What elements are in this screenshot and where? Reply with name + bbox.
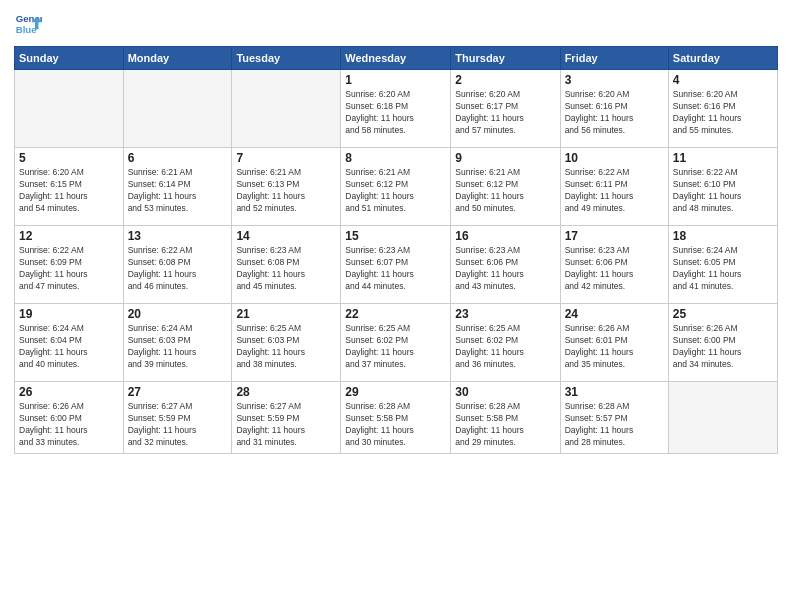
day-cell: 10Sunrise: 6:22 AMSunset: 6:11 PMDayligh…	[560, 148, 668, 226]
day-number: 7	[236, 151, 336, 165]
day-cell: 15Sunrise: 6:23 AMSunset: 6:07 PMDayligh…	[341, 226, 451, 304]
day-cell: 12Sunrise: 6:22 AMSunset: 6:09 PMDayligh…	[15, 226, 124, 304]
day-cell: 4Sunrise: 6:20 AMSunset: 6:16 PMDaylight…	[668, 70, 777, 148]
day-number: 2	[455, 73, 555, 87]
day-info: Sunrise: 6:25 AMSunset: 6:03 PMDaylight:…	[236, 323, 336, 371]
day-number: 31	[565, 385, 664, 399]
week-row-3: 12Sunrise: 6:22 AMSunset: 6:09 PMDayligh…	[15, 226, 778, 304]
day-cell: 18Sunrise: 6:24 AMSunset: 6:05 PMDayligh…	[668, 226, 777, 304]
day-info: Sunrise: 6:20 AMSunset: 6:16 PMDaylight:…	[565, 89, 664, 137]
day-info: Sunrise: 6:25 AMSunset: 6:02 PMDaylight:…	[455, 323, 555, 371]
day-info: Sunrise: 6:23 AMSunset: 6:06 PMDaylight:…	[565, 245, 664, 293]
day-number: 9	[455, 151, 555, 165]
day-number: 16	[455, 229, 555, 243]
week-row-4: 19Sunrise: 6:24 AMSunset: 6:04 PMDayligh…	[15, 304, 778, 382]
week-row-2: 5Sunrise: 6:20 AMSunset: 6:15 PMDaylight…	[15, 148, 778, 226]
day-number: 4	[673, 73, 773, 87]
day-info: Sunrise: 6:21 AMSunset: 6:14 PMDaylight:…	[128, 167, 228, 215]
weekday-header-thursday: Thursday	[451, 47, 560, 70]
day-cell: 29Sunrise: 6:28 AMSunset: 5:58 PMDayligh…	[341, 382, 451, 454]
day-number: 28	[236, 385, 336, 399]
day-cell: 11Sunrise: 6:22 AMSunset: 6:10 PMDayligh…	[668, 148, 777, 226]
day-cell: 26Sunrise: 6:26 AMSunset: 6:00 PMDayligh…	[15, 382, 124, 454]
day-cell: 23Sunrise: 6:25 AMSunset: 6:02 PMDayligh…	[451, 304, 560, 382]
weekday-header-row: SundayMondayTuesdayWednesdayThursdayFrid…	[15, 47, 778, 70]
day-number: 21	[236, 307, 336, 321]
day-info: Sunrise: 6:24 AMSunset: 6:03 PMDaylight:…	[128, 323, 228, 371]
day-info: Sunrise: 6:26 AMSunset: 6:01 PMDaylight:…	[565, 323, 664, 371]
weekday-header-tuesday: Tuesday	[232, 47, 341, 70]
header: General Blue	[14, 10, 778, 38]
day-cell: 9Sunrise: 6:21 AMSunset: 6:12 PMDaylight…	[451, 148, 560, 226]
day-number: 3	[565, 73, 664, 87]
weekday-header-saturday: Saturday	[668, 47, 777, 70]
day-info: Sunrise: 6:21 AMSunset: 6:12 PMDaylight:…	[345, 167, 446, 215]
day-cell	[123, 70, 232, 148]
day-cell	[15, 70, 124, 148]
day-info: Sunrise: 6:22 AMSunset: 6:09 PMDaylight:…	[19, 245, 119, 293]
day-number: 8	[345, 151, 446, 165]
day-number: 24	[565, 307, 664, 321]
week-row-5: 26Sunrise: 6:26 AMSunset: 6:00 PMDayligh…	[15, 382, 778, 454]
day-number: 18	[673, 229, 773, 243]
day-number: 12	[19, 229, 119, 243]
day-info: Sunrise: 6:25 AMSunset: 6:02 PMDaylight:…	[345, 323, 446, 371]
day-info: Sunrise: 6:28 AMSunset: 5:57 PMDaylight:…	[565, 401, 664, 449]
day-cell: 24Sunrise: 6:26 AMSunset: 6:01 PMDayligh…	[560, 304, 668, 382]
day-info: Sunrise: 6:23 AMSunset: 6:07 PMDaylight:…	[345, 245, 446, 293]
day-cell	[232, 70, 341, 148]
day-cell: 27Sunrise: 6:27 AMSunset: 5:59 PMDayligh…	[123, 382, 232, 454]
day-cell: 1Sunrise: 6:20 AMSunset: 6:18 PMDaylight…	[341, 70, 451, 148]
day-info: Sunrise: 6:24 AMSunset: 6:05 PMDaylight:…	[673, 245, 773, 293]
day-number: 10	[565, 151, 664, 165]
day-number: 30	[455, 385, 555, 399]
weekday-header-friday: Friday	[560, 47, 668, 70]
day-info: Sunrise: 6:20 AMSunset: 6:16 PMDaylight:…	[673, 89, 773, 137]
weekday-header-monday: Monday	[123, 47, 232, 70]
day-number: 17	[565, 229, 664, 243]
day-number: 5	[19, 151, 119, 165]
day-number: 13	[128, 229, 228, 243]
day-info: Sunrise: 6:26 AMSunset: 6:00 PMDaylight:…	[673, 323, 773, 371]
day-info: Sunrise: 6:20 AMSunset: 6:15 PMDaylight:…	[19, 167, 119, 215]
day-number: 23	[455, 307, 555, 321]
day-info: Sunrise: 6:27 AMSunset: 5:59 PMDaylight:…	[236, 401, 336, 449]
day-cell: 2Sunrise: 6:20 AMSunset: 6:17 PMDaylight…	[451, 70, 560, 148]
day-cell: 25Sunrise: 6:26 AMSunset: 6:00 PMDayligh…	[668, 304, 777, 382]
day-cell	[668, 382, 777, 454]
day-info: Sunrise: 6:22 AMSunset: 6:11 PMDaylight:…	[565, 167, 664, 215]
day-number: 22	[345, 307, 446, 321]
day-cell: 31Sunrise: 6:28 AMSunset: 5:57 PMDayligh…	[560, 382, 668, 454]
day-number: 26	[19, 385, 119, 399]
day-number: 6	[128, 151, 228, 165]
day-cell: 14Sunrise: 6:23 AMSunset: 6:08 PMDayligh…	[232, 226, 341, 304]
logo-icon: General Blue	[14, 10, 42, 38]
weekday-header-sunday: Sunday	[15, 47, 124, 70]
day-number: 19	[19, 307, 119, 321]
day-info: Sunrise: 6:21 AMSunset: 6:13 PMDaylight:…	[236, 167, 336, 215]
day-info: Sunrise: 6:21 AMSunset: 6:12 PMDaylight:…	[455, 167, 555, 215]
day-cell: 22Sunrise: 6:25 AMSunset: 6:02 PMDayligh…	[341, 304, 451, 382]
day-info: Sunrise: 6:28 AMSunset: 5:58 PMDaylight:…	[345, 401, 446, 449]
day-info: Sunrise: 6:20 AMSunset: 6:17 PMDaylight:…	[455, 89, 555, 137]
day-info: Sunrise: 6:20 AMSunset: 6:18 PMDaylight:…	[345, 89, 446, 137]
day-info: Sunrise: 6:23 AMSunset: 6:08 PMDaylight:…	[236, 245, 336, 293]
day-number: 15	[345, 229, 446, 243]
day-cell: 5Sunrise: 6:20 AMSunset: 6:15 PMDaylight…	[15, 148, 124, 226]
day-info: Sunrise: 6:28 AMSunset: 5:58 PMDaylight:…	[455, 401, 555, 449]
day-number: 20	[128, 307, 228, 321]
weekday-header-wednesday: Wednesday	[341, 47, 451, 70]
day-cell: 19Sunrise: 6:24 AMSunset: 6:04 PMDayligh…	[15, 304, 124, 382]
day-cell: 16Sunrise: 6:23 AMSunset: 6:06 PMDayligh…	[451, 226, 560, 304]
day-number: 1	[345, 73, 446, 87]
day-info: Sunrise: 6:22 AMSunset: 6:10 PMDaylight:…	[673, 167, 773, 215]
week-row-1: 1Sunrise: 6:20 AMSunset: 6:18 PMDaylight…	[15, 70, 778, 148]
day-cell: 17Sunrise: 6:23 AMSunset: 6:06 PMDayligh…	[560, 226, 668, 304]
day-cell: 13Sunrise: 6:22 AMSunset: 6:08 PMDayligh…	[123, 226, 232, 304]
day-info: Sunrise: 6:22 AMSunset: 6:08 PMDaylight:…	[128, 245, 228, 293]
day-number: 27	[128, 385, 228, 399]
day-number: 29	[345, 385, 446, 399]
day-info: Sunrise: 6:24 AMSunset: 6:04 PMDaylight:…	[19, 323, 119, 371]
day-number: 11	[673, 151, 773, 165]
day-cell: 7Sunrise: 6:21 AMSunset: 6:13 PMDaylight…	[232, 148, 341, 226]
